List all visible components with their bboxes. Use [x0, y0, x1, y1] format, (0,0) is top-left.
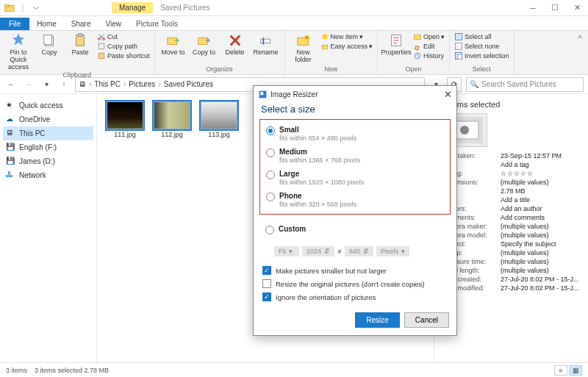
check-label: Ignore the orientation of pictures	[276, 293, 376, 301]
cut-button[interactable]: Cut	[97, 32, 150, 41]
file-item[interactable]: 111.jpg	[104, 101, 146, 355]
select-all-label: Select all	[465, 33, 492, 40]
view-thumbnails-button[interactable]: ▦	[569, 365, 582, 376]
search-placeholder: Search Saved Pictures	[481, 80, 556, 88]
radio-icon	[265, 226, 274, 234]
resize-button[interactable]: Resize	[355, 312, 400, 328]
paste-button[interactable]: Paste	[66, 32, 94, 57]
sidebar-item-onedrive[interactable]: ☁OneDrive	[3, 112, 93, 126]
back-button[interactable]: ←	[4, 78, 18, 91]
ribbon: Pin to Quick access Copy Paste Cut Copy …	[0, 31, 588, 75]
svg-rect-1	[5, 4, 9, 7]
tab-view[interactable]: View	[98, 18, 129, 30]
times-label: ×	[337, 248, 342, 256]
resizer-app-icon	[258, 90, 268, 99]
new-item-button[interactable]: New item ▾	[320, 32, 373, 41]
detail-row: Camera model:(multiple values)	[442, 231, 581, 240]
copy-to-label: Copy to	[193, 49, 215, 57]
sidebar-item-network[interactable]: 🖧Network	[3, 168, 93, 182]
minimize-button[interactable]: ─	[522, 0, 544, 16]
crumb[interactable]: Saved Pictures	[164, 80, 213, 88]
checkbox-icon: ✓	[262, 292, 271, 301]
check-resize-original[interactable]: Resize the original pictures (don't crea…	[262, 277, 448, 290]
sidebar-item-drive-english[interactable]: 💾English (F:)	[3, 140, 93, 154]
view-details-button[interactable]: ≡	[554, 365, 567, 376]
up-button[interactable]: ↑	[57, 78, 71, 91]
history-button[interactable]: History	[413, 51, 445, 60]
custom-height-input[interactable]: 640 ⇵	[345, 246, 373, 256]
ribbon-help-button[interactable]: ^	[573, 31, 588, 74]
file-item[interactable]: 112.jpg	[151, 101, 193, 355]
group-organize-label: Organize	[159, 65, 280, 73]
drive-icon: 💾	[6, 157, 15, 166]
file-name: 113.jpg	[198, 131, 240, 138]
check-smaller-only[interactable]: ✓Make pictures smaller but not larger	[262, 264, 448, 277]
tab-picture-tools[interactable]: Picture Tools	[129, 18, 185, 30]
recent-dropdown[interactable]: ▾	[40, 78, 53, 91]
custom-fit-select[interactable]: Fit ▾	[274, 246, 299, 256]
size-option-custom[interactable]: Custom	[264, 222, 446, 237]
file-name: 112.jpg	[151, 131, 193, 138]
dialog-close-button[interactable]: ✕	[444, 89, 452, 100]
svg-rect-30	[260, 92, 263, 95]
radio-icon	[266, 148, 275, 157]
check-label: Resize the original pictures (don't crea…	[276, 280, 424, 288]
checkbox-icon	[262, 279, 271, 288]
cancel-button[interactable]: Cancel	[404, 312, 449, 328]
easy-access-button[interactable]: Easy access ▾	[320, 42, 373, 51]
pin-quick-access-button[interactable]: Pin to Quick access	[4, 32, 32, 71]
copy-path-button[interactable]: Copy path	[97, 42, 150, 51]
cut-label: Cut	[107, 33, 118, 40]
tab-share[interactable]: Share	[64, 18, 98, 30]
qat-dropdown-icon[interactable]	[31, 3, 41, 13]
sidebar-item-this-pc[interactable]: 🖥This PC	[3, 126, 93, 140]
size-option-small[interactable]: Smallfits within 854 × 480 pixels	[265, 123, 445, 145]
detail-row: Date taken:23-Sep-15 12:57 PM	[442, 151, 581, 160]
maximize-button[interactable]: ☐	[544, 0, 566, 16]
forward-button[interactable]: →	[22, 78, 35, 91]
size-option-phone[interactable]: Phonefits within 320 × 568 pixels	[265, 189, 445, 211]
crumb[interactable]: This PC	[94, 80, 121, 88]
file-item[interactable]: 113.jpg	[198, 101, 240, 355]
invert-selection-button[interactable]: Invert selection	[454, 51, 509, 60]
tab-file[interactable]: File	[0, 18, 29, 30]
ribbon-tabs: File Home Share View Picture Tools	[0, 16, 588, 31]
option-name: Custom	[279, 225, 306, 233]
contextual-tab-manage[interactable]: Manage	[112, 2, 153, 13]
select-none-button[interactable]: Select none	[454, 42, 509, 51]
new-folder-button[interactable]: New folder	[290, 32, 318, 64]
open-button[interactable]: Open ▾	[413, 32, 445, 41]
copy-button[interactable]: Copy	[35, 32, 63, 57]
search-input[interactable]: 🔍Search Saved Pictures	[466, 77, 584, 92]
detail-row: Tags:Add a tag	[442, 160, 581, 169]
delete-button[interactable]: Delete	[221, 32, 249, 57]
svg-rect-10	[98, 53, 104, 59]
crumb[interactable]: Pictures	[129, 80, 155, 88]
size-option-large[interactable]: Largefits within 1920 × 1080 pixels	[265, 167, 445, 189]
edit-button[interactable]: Edit	[413, 42, 445, 51]
paste-shortcut-button[interactable]: Paste shortcut	[97, 51, 150, 60]
option-sub: fits within 1366 × 768 pixels	[279, 157, 360, 164]
drive-icon: 💾	[6, 143, 15, 152]
svg-rect-23	[456, 43, 462, 50]
sidebar-item-drive-james[interactable]: 💾James (D:)	[3, 154, 93, 168]
move-to-button[interactable]: Move to	[159, 32, 187, 57]
status-item-count: 3 items	[6, 367, 27, 374]
sidebar-item-quick-access[interactable]: ★Quick access	[3, 98, 93, 112]
copy-path-label: Copy path	[107, 43, 137, 50]
copy-to-button[interactable]: Copy to	[190, 32, 218, 57]
new-item-label: New item	[331, 33, 359, 40]
properties-button[interactable]: Properties	[382, 32, 410, 57]
radio-icon	[266, 126, 275, 135]
select-all-button[interactable]: Select all	[454, 32, 509, 41]
size-option-medium[interactable]: Mediumfits within 1366 × 768 pixels	[265, 145, 445, 167]
check-ignore-orientation[interactable]: ✓Ignore the orientation of pictures	[262, 290, 448, 304]
option-sub: fits within 1920 × 1080 pixels	[279, 179, 364, 186]
qat-divider-icon	[18, 3, 28, 13]
custom-width-input[interactable]: 1024 ⇵	[302, 246, 334, 256]
rename-button[interactable]: Rename	[252, 32, 280, 57]
close-button[interactable]: ✕	[566, 0, 588, 16]
option-sub: fits within 320 × 568 pixels	[279, 201, 356, 208]
custom-unit-select[interactable]: Pixels ▾	[376, 246, 409, 256]
tab-home[interactable]: Home	[29, 18, 64, 30]
